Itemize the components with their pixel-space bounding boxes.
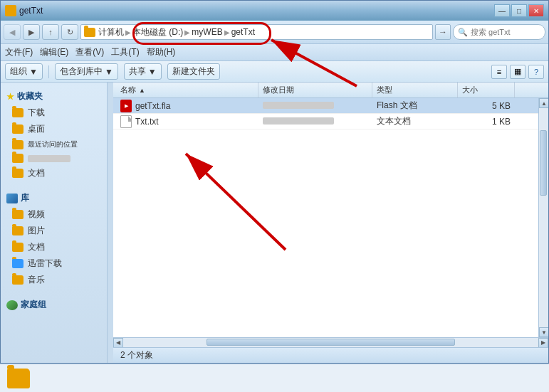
file-type: 文本文档 [377, 116, 411, 126]
thunder-label: 迅雷下载 [28, 258, 62, 270]
title-bar-left: getTxt [5, 5, 43, 16]
col-header-date[interactable]: 修改日期 [258, 83, 372, 97]
sidebar-item-blurred1[interactable] [1, 152, 107, 165]
search-icon: 🔍 [458, 28, 468, 37]
toolbar-area: ◀ ▶ ↑ ↻ 计算机 ▶ 本地磁盘 (D:) ▶ myWEB ▶ getTxt… [1, 21, 548, 44]
library-icon [6, 194, 18, 203]
sidebar-scrollbar[interactable] [108, 83, 113, 363]
scroll-track[interactable] [539, 108, 548, 327]
include-library-button[interactable]: 包含到库中 ▼ [55, 63, 118, 80]
menu-bar: 文件(F) 编辑(E) 查看(V) 工具(T) 帮助(H) [1, 44, 548, 61]
sidebar-item-docs[interactable]: 文档 [1, 165, 107, 181]
sidebar-item-photo[interactable]: 图片 [1, 223, 107, 239]
breadcrumb-computer[interactable]: 计算机 [98, 26, 124, 38]
breadcrumb-drive[interactable]: 本地磁盘 (D:) [132, 26, 183, 38]
view-mode-button[interactable]: ≡ [491, 65, 507, 79]
sidebar-item-video[interactable]: 视频 [1, 206, 107, 223]
table-row[interactable]: Txt.txt 文本文档 1 KB [113, 114, 538, 129]
file-size: 5 KB [492, 101, 511, 111]
scroll-up-button[interactable]: ▲ [539, 98, 548, 108]
h-scroll-thumb[interactable] [206, 339, 456, 346]
file-type: Flash 文档 [377, 100, 417, 110]
close-button[interactable]: ✕ [528, 4, 544, 17]
title-bar: getTxt — □ ✕ [1, 1, 548, 21]
view-controls: ≡ ▦ ? [491, 65, 544, 79]
scroll-down-button[interactable]: ▼ [539, 327, 548, 337]
col-header-name[interactable]: 名称 ▲ [116, 83, 258, 97]
scroll-right-button[interactable]: ▶ [538, 338, 548, 348]
search-input[interactable] [471, 28, 535, 36]
favorites-header: ★ 收藏夹 [1, 88, 107, 105]
breadcrumb-gettxt[interactable]: getTxt [231, 27, 255, 37]
sidebar-homegroup: 家庭组 [1, 297, 107, 313]
menu-tools[interactable]: 工具(T) [111, 46, 139, 58]
sep2: ▶ [184, 28, 190, 36]
blurred1-label [28, 155, 70, 162]
file-date-cell [258, 101, 372, 111]
sidebar-item-lib-docs[interactable]: 文档 [1, 239, 107, 255]
menu-edit[interactable]: 编辑(E) [40, 46, 68, 58]
toolbar-separator-1 [48, 65, 49, 78]
menu-file[interactable]: 文件(F) [5, 46, 33, 58]
homegroup-header: 家庭组 [1, 297, 107, 313]
menu-view[interactable]: 查看(V) [75, 46, 104, 58]
sidebar-item-recent[interactable]: 最近访问的位置 [1, 137, 107, 152]
address-folder-icon [84, 28, 95, 37]
search-box[interactable]: 🔍 [453, 24, 545, 40]
h-scroll-track[interactable] [123, 338, 538, 347]
sidebar-item-desktop[interactable]: 桌面 [1, 121, 107, 137]
scroll-thumb[interactable] [540, 130, 547, 196]
folder-icon [12, 125, 23, 134]
window-icon [5, 5, 16, 16]
menu-help[interactable]: 帮助(H) [147, 46, 176, 58]
col-size-label: 大小 [462, 85, 478, 95]
folder-icon [12, 154, 23, 163]
share-button[interactable]: 共享 ▼ [124, 63, 162, 80]
refresh-button[interactable]: ↻ [61, 24, 78, 40]
col-header-size[interactable]: 大小 [458, 83, 515, 97]
file-date [263, 117, 334, 125]
file-type-cell: Flash 文档 [372, 100, 458, 112]
vertical-scrollbar[interactable]: ▲ ▼ [538, 98, 548, 337]
title-controls: — □ ✕ [494, 4, 544, 17]
breadcrumb-myweb[interactable]: myWEB [192, 27, 222, 37]
minimize-button[interactable]: — [494, 4, 510, 17]
new-folder-button[interactable]: 新建文件夹 [167, 63, 220, 80]
organize-arrow: ▼ [29, 67, 38, 77]
lib-docs-label: 文档 [28, 241, 45, 253]
explorer-window: getTxt — □ ✕ ◀ ▶ ↑ ↻ 计算机 ▶ 本地磁盘 (D:) ▶ m… [0, 0, 549, 364]
file-size-cell: 5 KB [458, 101, 515, 111]
back-button[interactable]: ◀ [4, 24, 21, 40]
file-type-cell: 文本文档 [372, 115, 458, 127]
horizontal-scrollbar[interactable]: ◀ ▶ [113, 337, 548, 347]
file-list: getTxt.fla Flash 文档 5 KB [113, 98, 538, 337]
music-label: 音乐 [28, 274, 45, 286]
folder-icon [12, 275, 23, 285]
new-folder-label: 新建文件夹 [172, 65, 215, 78]
sidebar-item-thunder[interactable]: 迅雷下载 [1, 255, 107, 272]
address-bar[interactable]: 计算机 ▶ 本地磁盘 (D:) ▶ myWEB ▶ getTxt [80, 24, 433, 40]
main-area: ★ 收藏夹 下载 桌面 最近访问的位置 [1, 83, 548, 363]
nav-bar: ◀ ▶ ↑ ↻ 计算机 ▶ 本地磁盘 (D:) ▶ myWEB ▶ getTxt… [1, 21, 548, 43]
organize-button[interactable]: 组织 ▼ [5, 63, 43, 80]
forward-button[interactable]: ▶ [23, 24, 40, 40]
file-date [263, 102, 334, 109]
view-details-button[interactable]: ▦ [510, 65, 526, 79]
col-header-type[interactable]: 类型 [372, 83, 458, 97]
bottom-area [0, 364, 549, 392]
up-button[interactable]: ↑ [42, 24, 59, 40]
table-row[interactable]: getTxt.fla Flash 文档 5 KB [113, 98, 538, 114]
video-label: 视频 [28, 208, 45, 221]
homegroup-label: 家庭组 [21, 299, 46, 311]
sidebar-favorites: ★ 收藏夹 下载 桌面 最近访问的位置 [1, 88, 107, 181]
go-button[interactable]: → [435, 24, 451, 40]
sidebar-item-download[interactable]: 下载 [1, 105, 107, 121]
help-button[interactable]: ? [528, 65, 544, 79]
desktop-label: 桌面 [28, 123, 45, 135]
scroll-left-button[interactable]: ◀ [113, 338, 123, 348]
sep1: ▶ [125, 28, 131, 36]
sidebar-item-music[interactable]: 音乐 [1, 272, 107, 288]
col-date-label: 修改日期 [263, 85, 294, 95]
maximize-button[interactable]: □ [511, 4, 527, 17]
favorites-label: 收藏夹 [17, 90, 43, 102]
